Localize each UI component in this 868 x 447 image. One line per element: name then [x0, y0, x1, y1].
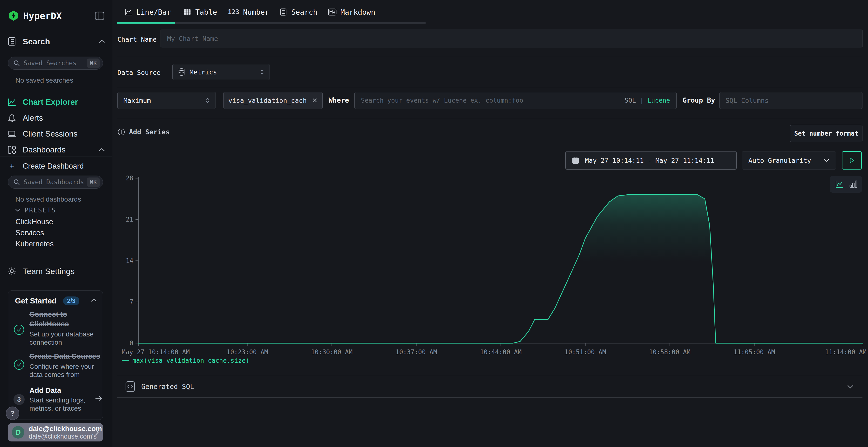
tab-number[interactable]: 123 Number: [228, 6, 269, 18]
date-range-value: May 27 10:14:11 - May 27 11:14:11: [585, 157, 714, 164]
sidebar-item-chart-explorer[interactable]: Chart Explorer: [0, 96, 112, 108]
no-saved-searches-note: No saved searches: [16, 77, 73, 84]
svg-text:10:58:00 AM: 10:58:00 AM: [649, 348, 690, 356]
svg-text:11:05:00 AM: 11:05:00 AM: [734, 348, 775, 356]
tab-label: Line/Bar: [136, 8, 171, 16]
tab-label: Markdown: [340, 8, 375, 16]
user-email: dale@clickhouse.com: [29, 424, 90, 433]
chart-legend: max(visa_validation_cache.size): [122, 357, 249, 364]
active-tab-indicator: [117, 22, 175, 24]
tab-table[interactable]: Table: [183, 6, 217, 18]
user-profile-button[interactable]: D dale@clickhouse.com dale@clickhouse.co…: [8, 423, 103, 442]
metric-tag[interactable]: visa_validation_cach: [223, 92, 322, 109]
database-icon: [178, 68, 185, 76]
notebook-icon: [7, 37, 17, 46]
run-query-button[interactable]: [842, 151, 862, 170]
presets-header[interactable]: PRESETS: [15, 207, 56, 214]
set-number-format-button[interactable]: Set number format: [790, 125, 863, 142]
line-chart-icon: [124, 8, 132, 16]
search-icon: [13, 178, 20, 186]
mode-separator: |: [640, 97, 644, 104]
123-icon: 123: [228, 8, 239, 16]
saved-dashboards-input[interactable]: [24, 178, 84, 186]
task-title: Create Data Sources: [29, 351, 102, 361]
sidebar-collapse-icon[interactable]: [94, 11, 105, 21]
task-desc: Set up your database: [29, 330, 99, 338]
svg-text:10:23:00 AM: 10:23:00 AM: [227, 348, 268, 356]
chevron-down-icon: [847, 385, 854, 389]
svg-text:28: 28: [126, 175, 133, 182]
group-by-field[interactable]: [719, 92, 863, 109]
time-series-chart[interactable]: 07142128May 27 10:14:00 AM10:23:00 AM10:…: [117, 174, 868, 357]
chevron-up-icon[interactable]: [91, 299, 97, 302]
get-started-item-add-data[interactable]: Add Data Start sending logs, metrics, or…: [29, 386, 94, 413]
date-range-picker[interactable]: May 27 10:14:11 - May 27 11:14:11: [565, 151, 737, 170]
shortcut-badge: ⌘K: [87, 177, 100, 187]
presets-label: PRESETS: [25, 207, 56, 214]
tab-label: Number: [243, 8, 269, 16]
task-desc: metrics, or traces: [29, 404, 94, 413]
saved-searches-search[interactable]: ⌘K: [8, 57, 103, 70]
chart-name-input[interactable]: [167, 35, 856, 42]
add-series-button[interactable]: Add Series: [117, 127, 170, 137]
chart-name-field[interactable]: [161, 29, 863, 48]
document-list-icon: [279, 8, 287, 16]
preset-services[interactable]: Services: [16, 229, 44, 237]
data-source-value: Metrics: [189, 68, 255, 76]
svg-text:May 27 10:14:00 AM: May 27 10:14:00 AM: [122, 348, 190, 356]
preset-kubernetes[interactable]: Kubernetes: [16, 240, 54, 248]
lucene-mode-toggle[interactable]: Lucene: [647, 97, 670, 104]
data-source-select[interactable]: Metrics: [173, 64, 270, 80]
saved-dashboards-search[interactable]: ⌘K: [8, 176, 103, 188]
tab-line-bar[interactable]: Line/Bar: [124, 6, 171, 18]
arrow-right-icon: [94, 395, 103, 402]
help-button[interactable]: ?: [6, 407, 19, 420]
get-started-title: Get Started: [15, 297, 56, 305]
hyperdx-logo-icon: [8, 10, 19, 21]
chevron-right-icon: [95, 429, 99, 436]
preset-clickhouse[interactable]: ClickHouse: [16, 217, 53, 226]
task-title: Add Data: [29, 386, 94, 395]
get-started-item-sources[interactable]: Create Data Sources Configure where your…: [29, 351, 102, 379]
chevron-up-icon: [98, 39, 105, 43]
chevron-down-icon: [15, 209, 21, 212]
task-title: ClickHouse: [29, 319, 99, 329]
line-chart-icon: [7, 98, 17, 107]
sidebar-section-search[interactable]: Search: [0, 36, 112, 47]
sidebar-item-client-sessions[interactable]: Client Sessions: [0, 128, 112, 140]
sidebar-section-search-label: Search: [23, 37, 92, 46]
tab-search[interactable]: Search: [279, 6, 317, 18]
data-source-label: Data Source: [117, 69, 161, 76]
sidebar-item-label: Alerts: [23, 113, 105, 123]
sql-mode-toggle[interactable]: SQL: [624, 97, 636, 104]
markdown-icon: [328, 8, 337, 16]
chart-name-label: Chart Name: [117, 36, 157, 43]
search-icon: [13, 60, 20, 67]
granularity-select[interactable]: Auto Granularity: [742, 151, 836, 170]
lucene-search-field[interactable]: SQL | Lucene: [354, 92, 677, 109]
group-by-input[interactable]: [725, 97, 857, 104]
sidebar-divider: [0, 157, 112, 157]
lucene-search-input[interactable]: [361, 97, 620, 104]
sidebar-item-team-settings[interactable]: Team Settings: [0, 265, 112, 277]
metric-tag-label: visa_validation_cach: [228, 97, 308, 104]
tab-markdown[interactable]: Markdown: [328, 6, 375, 18]
saved-searches-input[interactable]: [24, 60, 84, 67]
legend-swatch: [122, 360, 129, 361]
table-icon: [183, 8, 191, 16]
tab-label: Table: [195, 8, 217, 16]
bell-icon: [7, 113, 17, 123]
sidebar-item-dashboards[interactable]: Dashboards: [0, 143, 112, 156]
create-dashboard-button[interactable]: + Create Dashboard: [0, 161, 112, 171]
sidebar-item-alerts[interactable]: Alerts: [0, 112, 112, 124]
aggregation-select[interactable]: Maximum: [117, 92, 216, 109]
gear-icon: [7, 267, 17, 276]
chevron-down-icon: [823, 159, 830, 162]
generated-sql-toggle[interactable]: Generated SQL: [117, 376, 863, 398]
updown-chevrons-icon: [206, 97, 210, 104]
no-saved-dashboards-note: No saved dashboards: [16, 196, 81, 203]
create-dashboard-label: Create Dashboard: [23, 162, 105, 171]
get-started-item-connect[interactable]: Connect to ClickHouse Set up your databa…: [29, 309, 99, 347]
close-icon[interactable]: [312, 98, 317, 103]
sidebar-item-label: Chart Explorer: [23, 98, 105, 107]
